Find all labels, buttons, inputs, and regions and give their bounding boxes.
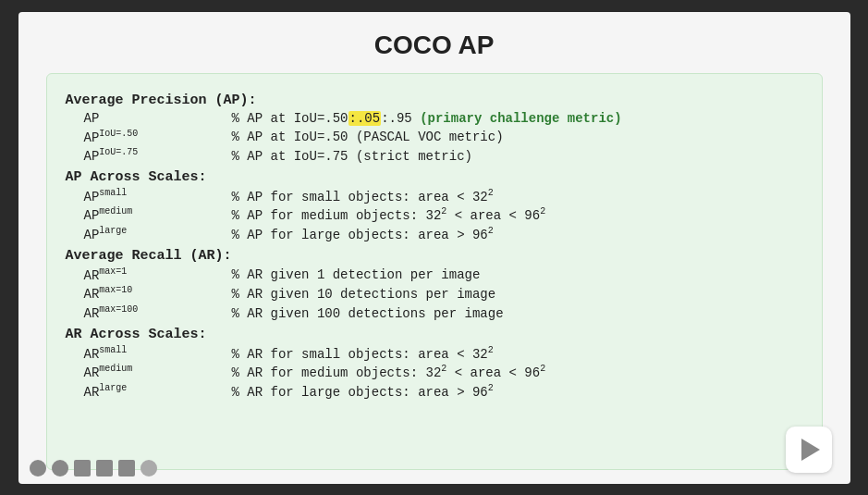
metric-desc-ar-max10: % AR given 10 detections per image [232, 287, 496, 302]
play-button[interactable] [786, 427, 832, 473]
metric-desc-ar-max1: % AR given 1 detection per image [232, 267, 481, 282]
metric-row-ar-max10: ARmax=10 % AR given 10 detections per im… [66, 285, 803, 302]
metric-name-ar-medium: ARmedium [84, 364, 232, 380]
metric-name-ap-medium: APmedium [84, 206, 232, 223]
metric-desc-ap-iou75: % AP at IoU=.75 (strict metric) [232, 149, 472, 164]
section-header-ap-scales: AP Across Scales: [66, 169, 803, 185]
ctrl-btn-4[interactable] [96, 460, 113, 476]
bottom-controls [30, 460, 157, 476]
metric-desc-ap-iou50: % AP at IoU=.50 (PASCAL VOC metric) [232, 130, 504, 144]
ctrl-btn-3[interactable] [74, 460, 91, 476]
metric-name-ap-large: APlarge [84, 226, 232, 242]
metric-row-ap-iou50: APIoU=.50 % AP at IoU=.50 (PASCAL VOC me… [66, 129, 803, 145]
ctrl-btn-2[interactable] [52, 460, 68, 476]
metric-row-ar-medium: ARmedium % AR for medium objects: 322 < … [66, 364, 803, 380]
metric-row-ap-small: APsmall % AP for small objects: area < 3… [66, 188, 803, 204]
metric-name-ar-max1: ARmax=1 [84, 266, 232, 283]
section-header-ar: Average Recall (AR): [66, 248, 803, 264]
play-icon [801, 439, 820, 461]
ctrl-btn-6[interactable] [141, 460, 157, 476]
metric-desc-ar-max100: % AR given 100 detections per image [232, 306, 504, 321]
metric-name-ap-iou50: APIoU=.50 [84, 129, 232, 145]
metric-row-ap-medium: APmedium % AP for medium objects: 322 < … [66, 206, 803, 223]
metric-desc-ap-small: % AP for small objects: area < 322 [232, 188, 494, 204]
ctrl-btn-5[interactable] [118, 460, 135, 476]
metric-desc-ap: % AP at IoU=.50:.05:.95 (primary challen… [232, 111, 622, 126]
metric-row-ap-large: APlarge % AP for large objects: area > 9… [66, 226, 803, 242]
metric-row-ar-large: ARlarge % AR for large objects: area > 9… [66, 383, 803, 400]
metric-row-ap-iou75: APIoU=.75 % AP at IoU=.75 (strict metric… [66, 147, 803, 164]
metric-row-ar-max1: ARmax=1 % AR given 1 detection per image [66, 266, 803, 283]
metric-name-ar-max100: ARmax=100 [84, 304, 232, 321]
primary-metric-label: (primary challenge metric) [420, 111, 621, 126]
metric-name-ar-large: ARlarge [84, 383, 232, 400]
metric-name-ar-max10: ARmax=10 [84, 285, 232, 302]
section-header-ap: Average Precision (AP): [66, 93, 803, 108]
metric-row-ar-small: ARsmall % AR for small objects: area < 3… [66, 345, 803, 362]
highlight-iou: :.05 [348, 111, 382, 126]
metric-desc-ar-medium: % AR for medium objects: 322 < area < 96… [232, 364, 546, 380]
metric-desc-ar-large: % AR for large objects: area > 962 [232, 383, 494, 400]
metric-desc-ar-small: % AR for small objects: area < 322 [232, 345, 494, 362]
metric-desc-ap-medium: % AP for medium objects: 322 < area < 96… [232, 206, 546, 223]
content-box: Average Precision (AP): AP % AP at IoU=.… [46, 73, 823, 470]
metric-name-ap: AP [84, 111, 232, 126]
metric-desc-ap-large: % AP for large objects: area > 962 [232, 226, 494, 242]
metric-row-ap: AP % AP at IoU=.50:.05:.95 (primary chal… [66, 111, 803, 126]
section-header-ar-scales: AR Across Scales: [66, 327, 803, 342]
metric-name-ap-iou75: APIoU=.75 [84, 147, 232, 164]
slide-title: COCO AP [374, 31, 495, 60]
slide: COCO AP Average Precision (AP): AP % AP … [18, 12, 850, 484]
ctrl-btn-1[interactable] [30, 460, 46, 476]
metric-name-ar-small: ARsmall [84, 345, 232, 362]
metric-name-ap-small: APsmall [84, 188, 232, 204]
metric-row-ar-max100: ARmax=100 % AR given 100 detections per … [66, 304, 803, 321]
